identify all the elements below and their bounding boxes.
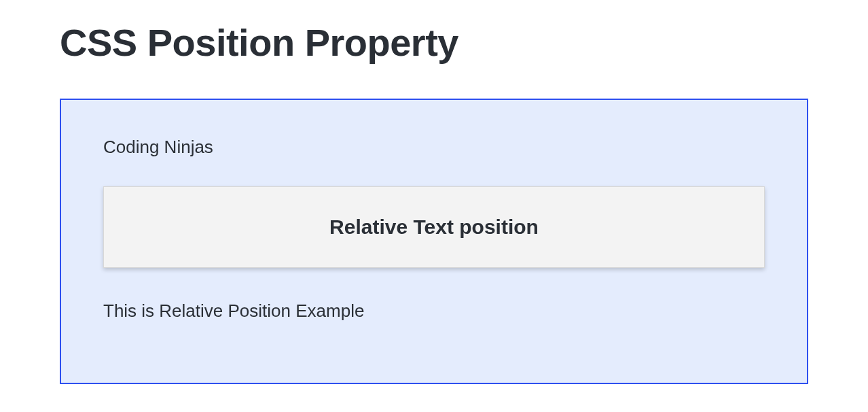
brand-label: Coding Ninjas bbox=[103, 137, 765, 158]
description-text: This is Relative Position Example bbox=[103, 301, 765, 322]
relative-card: Relative Text position bbox=[103, 186, 765, 268]
page-title: CSS Position Property bbox=[0, 0, 868, 85]
demo-container: Coding Ninjas Relative Text position Thi… bbox=[60, 99, 808, 384]
relative-card-text: Relative Text position bbox=[104, 216, 764, 239]
